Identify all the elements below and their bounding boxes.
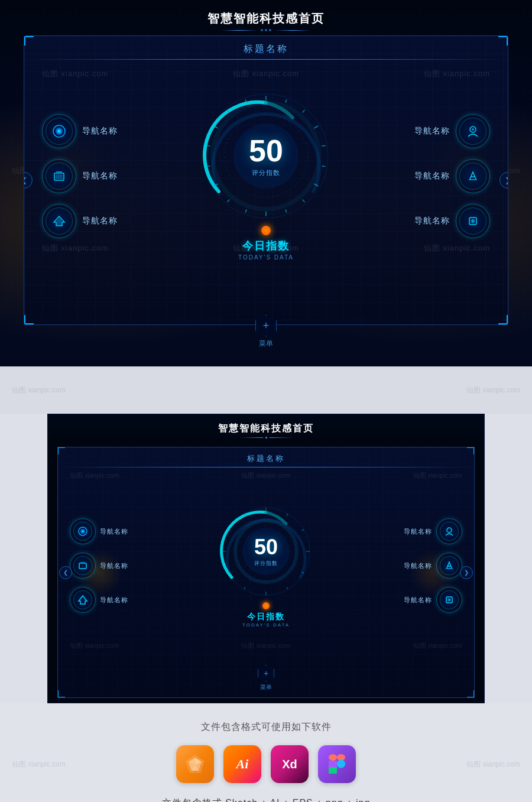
nav-icon-2 <box>42 159 76 193</box>
preview-menu-label: 菜单 <box>58 683 474 691</box>
pnav-symbol-r3 <box>436 587 462 613</box>
pnav-right-1[interactable]: 导航名称 <box>404 518 462 544</box>
pnav-symbol-r1 <box>436 518 462 544</box>
nav-item-right-3[interactable]: 导航名称 <box>414 204 490 238</box>
gauge-wrap: 50 评分指数 <box>201 91 331 221</box>
title-line-left <box>222 30 257 31</box>
pnav-icon-r2 <box>436 553 462 579</box>
nav-item-left-3[interactable]: 导航名称 <box>42 204 118 238</box>
preview-gauge-num: 50 <box>254 535 278 560</box>
nav-right: 导航名称 导航名称 <box>414 114 490 238</box>
preview-title-deco <box>48 437 484 439</box>
pnav-icon-r1 <box>436 518 462 544</box>
nav-item-right-1[interactable]: 导航名称 <box>414 114 490 148</box>
svg-rect-82 <box>329 771 337 774</box>
figma-icon <box>318 745 356 783</box>
software-title: 文件包含格式可使用如下软件 <box>0 721 532 733</box>
nav-icon-r1 <box>456 114 490 148</box>
main-panel: 标题名称 仙图 xianpic.com 仙图 xianpic.com 仙图 xi… <box>24 35 508 325</box>
sw-wm-right: 仙图 xianpic.com <box>466 759 520 769</box>
deco-dot <box>265 437 267 439</box>
preview-bottom-label: 今日指数 TODAY'S DATA <box>242 612 290 628</box>
svg-rect-79 <box>329 761 337 767</box>
divider-section: 仙图 xianpic.com 仙图 xianpic.com <box>0 366 532 414</box>
preview-arrow-left[interactable]: ❮ <box>59 566 72 579</box>
preview-center-gauge: 50 评分指数 今日指数 TODAY'S DATA <box>207 504 325 628</box>
preview-title: 智慧智能科技感首页 <box>48 423 484 435</box>
gauge-sublabel: 评分指数 <box>252 168 280 177</box>
preview-subtitle-line <box>58 467 474 467</box>
preview-today-cn: 今日指数 <box>242 612 290 622</box>
svg-rect-74 <box>329 754 337 761</box>
nav-label-left-2: 导航名称 <box>82 171 118 181</box>
page-title: 智慧智能科技感首页 <box>0 11 532 27</box>
nav-label-left-3: 导航名称 <box>82 216 118 226</box>
pnav-symbol-l3 <box>70 587 96 613</box>
nav-symbol-r1 <box>456 114 490 148</box>
today-index-en: TODAY'S DATA <box>238 254 294 261</box>
nav-icon-r2 <box>456 159 490 193</box>
pnav-icon-l2 <box>70 553 96 579</box>
gauge-center-display: 50 评分指数 <box>201 91 331 221</box>
svg-point-40 <box>82 530 84 532</box>
nav-symbol-1 <box>42 114 76 148</box>
preview-inner: 标题名称 仙图 xianpic.com 仙图 xianpic.com 仙图 xi… <box>57 447 475 698</box>
corner-br <box>498 315 508 324</box>
ai-icon-label: Ai <box>236 756 249 772</box>
sw-wm-left: 仙图 xianpic.com <box>12 759 66 769</box>
nav-item-left-2[interactable]: 导航名称 <box>42 159 118 193</box>
preview-panel-wrap: 智慧智能科技感首页 标题名称 仙图 xianpic.com 仙图 xianpic… <box>47 414 485 703</box>
xd-icon: Xd <box>271 745 309 783</box>
nav-label-right-3: 导航名称 <box>414 216 450 226</box>
pnav-label-r2: 导航名称 <box>404 561 432 570</box>
panel-subtitle: 标题名称 <box>24 36 508 64</box>
pnav-right-3[interactable]: 导航名称 <box>404 587 462 613</box>
preview-menu[interactable]: + 菜单 <box>58 660 474 697</box>
preview-gauge-display: 50 评分指数 <box>219 504 313 599</box>
page-title-bar: 智慧智能科技感首页 <box>0 0 532 36</box>
software-icons-row: 仙图 xianpic.com Ai Xd <box>0 745 532 783</box>
preview-nav-left: 导航名称 导航名称 <box>70 518 128 613</box>
nav-item-right-2[interactable]: 导航名称 <box>414 159 490 193</box>
nav-area: 导航名称 导航名称 <box>24 69 508 283</box>
ai-icon: Ai <box>223 745 261 783</box>
svg-point-2 <box>57 129 61 133</box>
deco-line-r <box>270 437 293 438</box>
svg-rect-62 <box>446 568 453 569</box>
center-gauge: 50 评分指数 今日指数 TODAY'S DATA <box>183 91 349 261</box>
preview-nav-right: 导航名称 导航名称 <box>404 518 462 613</box>
preview-arrow-right[interactable]: ❯ <box>460 566 473 579</box>
gauge-indicator-dot <box>261 226 271 235</box>
nav-icon-3 <box>42 204 76 238</box>
nav-symbol-r3 <box>456 204 490 238</box>
nav-symbol-2 <box>42 159 76 193</box>
nav-symbol-r2 <box>456 159 490 193</box>
bottom-section: 智慧智能科技感首页 标题名称 仙图 xianpic.com 仙图 xianpic… <box>0 414 532 802</box>
bottom-menu[interactable]: + 菜单 <box>255 315 277 349</box>
svg-rect-75 <box>337 754 345 761</box>
corner-bl <box>24 315 34 324</box>
pnav-left-1[interactable]: 导航名称 <box>70 518 128 544</box>
nav-symbol-3 <box>42 204 76 238</box>
svg-rect-81 <box>329 767 337 771</box>
pnav-left-2[interactable]: 导航名称 <box>70 553 128 579</box>
nav-left: 导航名称 导航名称 <box>42 114 118 238</box>
pnav-icon-l1 <box>70 518 96 544</box>
nav-item-left-1[interactable]: 导航名称 <box>42 114 118 148</box>
svg-rect-5 <box>56 174 63 179</box>
pnav-left-3[interactable]: 导航名称 <box>70 587 128 613</box>
svg-rect-41 <box>79 563 86 569</box>
svg-point-60 <box>447 528 452 532</box>
preview-header: 智慧智能科技感首页 <box>48 414 484 442</box>
nav-label-right-2: 导航名称 <box>414 171 450 181</box>
title-decoration <box>0 29 532 31</box>
title-line-right <box>275 30 310 31</box>
preview-menu-plus: + <box>258 665 274 681</box>
pnav-label-r3: 导航名称 <box>404 596 432 605</box>
svg-rect-33 <box>469 179 477 180</box>
preview-subtitle-bar: 标题名称 <box>58 447 474 471</box>
software-format: 文件包含格式 Sketch + AI + EPS + png + jpg <box>0 797 532 802</box>
pnav-right-2[interactable]: 导航名称 <box>404 553 462 579</box>
today-index-cn: 今日指数 <box>238 239 294 253</box>
deco-line-l <box>239 437 263 438</box>
